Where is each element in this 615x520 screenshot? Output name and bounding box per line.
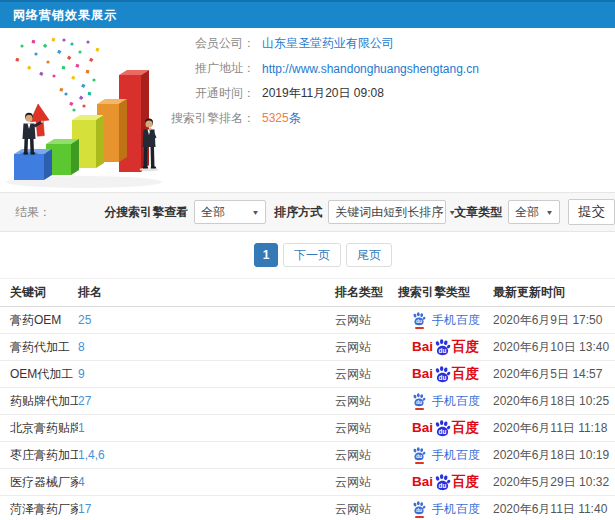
update-time-cell: 2020年6月18日 10:19 <box>493 448 609 462</box>
header-engine-type: 搜索引擎类型 <box>398 285 470 299</box>
rank-type-cell: 云网站 <box>335 421 371 435</box>
engine-rank-count: 5325 <box>262 111 289 125</box>
update-time-cell: 2020年6月11日 11:18 <box>493 421 607 435</box>
article-type-select[interactable]: 全部 ▼ <box>508 200 560 224</box>
engine-filter-value: 全部 <box>201 204 225 221</box>
table-row: 枣庄膏药加工 1,4,6 云网站 du 手机百度 2020年6月18日 10:1… <box>0 442 615 469</box>
engine-filter-label: 分搜索引擎查看 <box>104 204 188 221</box>
sort-filter-value: 关键词由短到长排序 <box>335 204 443 221</box>
last-page-button[interactable]: 尾页 <box>346 243 392 267</box>
baidu-logo: Bai du 百度 <box>412 366 479 383</box>
baidu-paw-icon: du <box>412 393 426 410</box>
rank-link[interactable]: 9 <box>78 367 85 381</box>
engine-rank-unit: 条 <box>289 111 301 125</box>
table-row: OEM代加工 9 云网站 Bai du 百度 2020年6月5日 14:57 <box>0 361 615 388</box>
search-engine-logo: Bai du 百度 <box>412 421 479 435</box>
keyword-cell: 膏药OEM <box>10 313 61 327</box>
svg-text:du: du <box>416 454 422 459</box>
rank-link[interactable]: 1,4,6 <box>78 448 105 462</box>
table-header-row: 关键词 排名 排名类型 搜索引擎类型 最新更新时间 <box>0 279 615 307</box>
rank-type-cell: 云网站 <box>335 448 371 462</box>
rank-type-cell: 云网站 <box>335 502 371 516</box>
company-link[interactable]: 山东皇圣堂药业有限公司 <box>262 35 394 52</box>
table-row: 膏药OEM 25 云网站 du 手机百度 2020年6月9日 17:50 <box>0 307 615 334</box>
account-info-section: 会员公司： 山东皇圣堂药业有限公司 推广地址： http://www.shand… <box>0 28 615 192</box>
red-underline <box>415 408 424 410</box>
baidu-logo: Bai du 百度 <box>412 339 479 356</box>
chevron-down-icon: ▼ <box>545 208 553 216</box>
sort-filter-select[interactable]: 关键词由短到长排序 ▼ <box>328 200 446 224</box>
next-page-button[interactable]: 下一页 <box>283 243 341 267</box>
search-engine-logo: du 手机百度 <box>411 450 480 464</box>
mobile-baidu-logo: du 手机百度 <box>411 447 480 464</box>
svg-text:du: du <box>439 346 447 353</box>
engine-filter-select[interactable]: 全部 ▼ <box>194 200 266 224</box>
rank-type-cell: 云网站 <box>335 367 371 381</box>
table-row: 北京膏药贴牌 1 云网站 Bai du 百度 2020年6月11日 11:18 <box>0 415 615 442</box>
pagination: 1 下一页 尾页 <box>0 232 615 278</box>
baidu-logo-prefix: Bai <box>412 340 433 354</box>
baidu-paw-icon: du <box>412 447 426 464</box>
engine-rank-label: 搜索引擎排名： <box>0 110 255 127</box>
result-label: 结果： <box>15 204 51 221</box>
chevron-down-icon: ▼ <box>251 208 259 216</box>
keyword-cell: 北京膏药贴牌 <box>10 421 78 435</box>
header-keyword: 关键词 <box>10 285 46 299</box>
svg-text:du: du <box>439 373 447 380</box>
baidu-logo-prefix: Bai <box>412 367 433 381</box>
keyword-cell: 药贴牌代加工 <box>10 394 78 408</box>
rank-link[interactable]: 1 <box>78 421 85 435</box>
chevron-down-icon: ▼ <box>448 208 456 216</box>
baidu-logo-prefix: Bai <box>412 421 433 435</box>
update-time-cell: 2020年6月9日 17:50 <box>493 313 602 327</box>
red-underline <box>415 462 424 464</box>
header-rank: 排名 <box>78 285 102 299</box>
submit-button[interactable]: 提交 <box>568 199 615 225</box>
search-engine-logo: du 手机百度 <box>411 396 480 410</box>
rank-link[interactable]: 25 <box>78 313 91 327</box>
mobile-baidu-logo: du 手机百度 <box>411 393 480 410</box>
baidu-logo-suffix: 百度 <box>452 421 479 435</box>
header-rank-type: 排名类型 <box>335 285 383 299</box>
company-label: 会员公司： <box>0 35 255 52</box>
open-time-row: 开通时间： 2019年11月20日 09:08 <box>0 81 615 106</box>
open-time-value: 2019年11月20日 09:08 <box>262 85 384 102</box>
engine-rank-row: 搜索引擎排名： 5325条 <box>0 106 615 131</box>
filter-controls: 分搜索引擎查看 全部 ▼ 排序方式 关键词由短到长排序 ▼ 文章类型 全部 ▼ … <box>96 199 615 225</box>
page-title: 网络营销效果展示 <box>13 7 117 24</box>
search-engine-logo: Bai du 百度 <box>412 475 479 489</box>
mobile-baidu-label: 手机百度 <box>432 449 480 461</box>
article-type-label: 文章类型 <box>454 204 502 221</box>
filter-bar: 结果： 分搜索引擎查看 全部 ▼ 排序方式 关键词由短到长排序 ▼ 文章类型 全… <box>0 192 615 232</box>
title-bar: 网络营销效果展示 <box>0 0 615 28</box>
keyword-ranking-table: 关键词 排名 排名类型 搜索引擎类型 最新更新时间 膏药OEM 25 云网站 <box>0 278 615 520</box>
table-row: 药贴牌代加工 27 云网站 du 手机百度 2020年6月18日 10:25 <box>0 388 615 415</box>
baidu-logo-suffix: 百度 <box>452 475 479 489</box>
baidu-paw-icon: du <box>412 312 426 329</box>
keyword-cell: 膏药代加工 <box>10 340 70 354</box>
rank-link[interactable]: 8 <box>78 340 85 354</box>
rank-link[interactable]: 17 <box>78 502 91 516</box>
keyword-cell: OEM代加工 <box>10 367 73 381</box>
rank-type-cell: 云网站 <box>335 394 371 408</box>
search-engine-logo: Bai du 百度 <box>412 340 479 354</box>
table-row: 菏泽膏药厂家 17 云网站 du 手机百度 2020年6月11日 11:40 <box>0 496 615 520</box>
search-engine-logo: Bai du 百度 <box>412 367 479 381</box>
svg-text:du: du <box>439 481 447 488</box>
baidu-paw-icon: du <box>434 366 451 383</box>
svg-text:du: du <box>439 427 447 434</box>
rank-link[interactable]: 4 <box>78 475 85 489</box>
update-time-cell: 2020年6月18日 10:25 <box>493 394 609 408</box>
keyword-cell: 枣庄膏药加工 <box>10 448 78 462</box>
rank-type-cell: 云网站 <box>335 475 371 489</box>
search-engine-logo: du 手机百度 <box>411 315 480 329</box>
baidu-paw-icon: du <box>434 339 451 356</box>
mobile-baidu-label: 手机百度 <box>432 395 480 407</box>
header-update-time: 最新更新时间 <box>493 285 565 299</box>
page-button-current[interactable]: 1 <box>254 243 278 267</box>
baidu-paw-icon: du <box>412 501 426 518</box>
svg-text:du: du <box>416 508 422 513</box>
promo-url-link[interactable]: http://www.shandonghuangshengtang.cn <box>262 62 479 76</box>
rank-type-cell: 云网站 <box>335 313 371 327</box>
rank-link[interactable]: 27 <box>78 394 91 408</box>
